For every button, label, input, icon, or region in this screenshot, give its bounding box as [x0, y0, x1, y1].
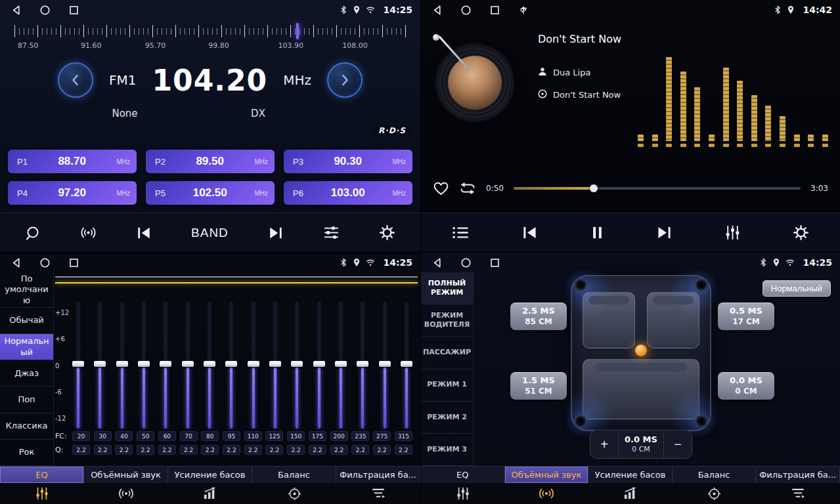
q-value[interactable]: 2.2: [223, 445, 240, 455]
mixer-icon[interactable]: [323, 225, 340, 240]
tune-up-button[interactable]: [327, 62, 363, 98]
q-value[interactable]: 2.2: [137, 445, 154, 455]
equalizer-icon[interactable]: [724, 224, 741, 241]
slider-handle[interactable]: [160, 361, 171, 367]
equalizer-icon[interactable]: [421, 483, 505, 504]
eq-band-slider[interactable]: [313, 301, 325, 429]
home-button[interactable]: [460, 257, 472, 268]
next-station-icon[interactable]: [268, 226, 284, 240]
eq-band-slider[interactable]: [357, 301, 368, 429]
fc-value[interactable]: 40: [115, 431, 133, 441]
field-preset-badge[interactable]: Нормальный: [763, 280, 831, 297]
sound-focus-point[interactable]: [635, 345, 647, 356]
settings-tab[interactable]: EQ: [421, 467, 505, 483]
q-value[interactable]: 2.2: [158, 445, 176, 455]
front-right-delay-card[interactable]: 0.5 MS 17 CM: [718, 303, 774, 330]
eq-preset-item[interactable]: Рок: [0, 440, 53, 466]
front-right-speaker-icon[interactable]: [695, 278, 708, 291]
settings-gear-icon[interactable]: [379, 224, 395, 241]
preset-button[interactable]: P3 90.30 MHz: [284, 150, 412, 173]
settings-tab[interactable]: Усиление басов: [588, 467, 673, 483]
back-button[interactable]: [11, 257, 22, 268]
slider-handle[interactable]: [116, 361, 128, 367]
rear-left-delay-card[interactable]: 1.5 MS 51 CM: [510, 372, 567, 400]
sound-mode-item[interactable]: РЕЖИМ ВОДИТЕЛЯ: [421, 304, 473, 337]
slider-handle[interactable]: [138, 361, 150, 367]
front-left-speaker-icon[interactable]: [574, 278, 587, 291]
fc-value[interactable]: 150: [287, 431, 305, 441]
q-value[interactable]: 2.2: [94, 445, 112, 455]
slider-handle[interactable]: [401, 361, 412, 367]
rear-right-delay-card[interactable]: 0.0 MS 0 CM: [718, 372, 774, 400]
slider-handle[interactable]: [357, 361, 368, 367]
equalizer-icon[interactable]: [0, 483, 84, 504]
eq-preset-item[interactable]: Джаз: [0, 360, 53, 387]
previous-track-icon[interactable]: [521, 225, 538, 240]
fc-value[interactable]: 60: [158, 431, 176, 441]
eq-band-slider[interactable]: [160, 301, 171, 429]
slider-handle[interactable]: [291, 361, 303, 367]
slider-handle[interactable]: [94, 361, 106, 367]
slider-handle[interactable]: [335, 361, 347, 367]
eq-preset-item[interactable]: По умолчанию: [0, 272, 53, 308]
fc-value[interactable]: 30: [94, 431, 112, 441]
previous-station-icon[interactable]: [136, 226, 152, 240]
surround-icon[interactable]: [505, 483, 589, 504]
q-value[interactable]: 2.2: [201, 445, 219, 455]
home-button[interactable]: [39, 257, 51, 268]
seek-knob[interactable]: [590, 184, 598, 192]
q-value[interactable]: 2.2: [287, 445, 305, 455]
slider-handle[interactable]: [248, 361, 259, 367]
settings-tab[interactable]: Фильтрация ба...: [756, 467, 840, 483]
fc-value[interactable]: 70: [180, 431, 198, 441]
eq-preset-item[interactable]: Обычай: [0, 308, 53, 334]
fc-value[interactable]: 175: [309, 431, 326, 441]
front-left-delay-card[interactable]: 2.5 MS 85 CM: [510, 303, 567, 330]
recents-button[interactable]: [68, 5, 79, 16]
rear-left-speaker-icon[interactable]: [574, 415, 587, 428]
rear-right-speaker-icon[interactable]: [695, 415, 708, 428]
eq-preset-item[interactable]: Классика: [0, 413, 53, 440]
eq-band-slider[interactable]: [269, 301, 281, 429]
fc-value[interactable]: 80: [201, 431, 219, 441]
recents-button[interactable]: [489, 257, 500, 268]
slider-handle[interactable]: [182, 361, 194, 367]
q-value[interactable]: 2.2: [351, 445, 369, 455]
bass-boost-icon[interactable]: [168, 483, 252, 504]
eq-band-slider[interactable]: [72, 301, 84, 429]
sound-mode-item[interactable]: ПАССАЖИР: [421, 337, 473, 369]
bass-boost-icon[interactable]: [588, 483, 673, 504]
next-track-icon[interactable]: [656, 225, 673, 240]
settings-tab[interactable]: Объёмный звук: [84, 467, 168, 483]
fc-value[interactable]: 95: [223, 431, 240, 441]
slider-handle[interactable]: [72, 361, 84, 367]
eq-band-slider[interactable]: [138, 301, 150, 429]
slider-handle[interactable]: [204, 361, 215, 367]
eq-preset-item[interactable]: Поп: [0, 387, 53, 413]
preset-button[interactable]: P1 88.70 MHz: [8, 150, 137, 173]
tuning-pointer[interactable]: [296, 23, 299, 39]
q-value[interactable]: 2.2: [373, 445, 391, 455]
settings-tab[interactable]: Фильтрация ба...: [336, 467, 420, 483]
recents-button[interactable]: [489, 5, 500, 16]
home-button[interactable]: [39, 5, 51, 16]
q-value[interactable]: 2.2: [244, 445, 262, 455]
delay-increase-button[interactable]: +: [590, 430, 618, 458]
recents-button[interactable]: [68, 257, 79, 268]
fc-value[interactable]: 315: [395, 431, 412, 441]
favorite-heart-icon[interactable]: [433, 181, 449, 196]
sound-mode-item[interactable]: РЕЖИМ 1: [421, 369, 473, 402]
balance-icon[interactable]: [673, 483, 757, 504]
pause-icon[interactable]: [590, 225, 605, 240]
fc-value[interactable]: 235: [351, 431, 369, 441]
fc-value[interactable]: 50: [137, 431, 154, 441]
eq-band-slider[interactable]: [225, 301, 237, 429]
delay-decrease-button[interactable]: −: [664, 430, 692, 458]
surround-icon[interactable]: [84, 483, 168, 504]
slider-handle[interactable]: [225, 361, 237, 367]
preset-button[interactable]: P6 103.00 MHz: [284, 181, 412, 205]
playlist-icon[interactable]: [452, 226, 470, 240]
eq-band-slider[interactable]: [379, 301, 391, 429]
slider-handle[interactable]: [269, 361, 281, 367]
broadcast-icon[interactable]: [80, 224, 97, 241]
